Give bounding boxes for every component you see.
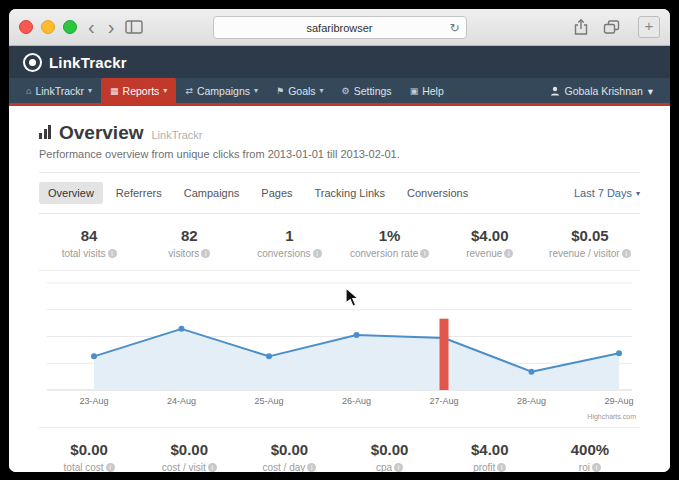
svg-text:23-Aug: 23-Aug (79, 396, 108, 406)
stat-roi: 400% roii (540, 441, 640, 472)
back-button[interactable]: ‹ (86, 19, 97, 35)
stat-label: conversions (257, 248, 310, 259)
stat-value: $0.00 (239, 441, 339, 458)
chevron-down-icon: ▾ (254, 86, 258, 95)
stat-label: total visits (62, 248, 106, 259)
zoom-window-button[interactable] (63, 20, 77, 34)
bar-chart-icon: ▦ (110, 86, 119, 96)
svg-text:25-Aug: 25-Aug (254, 396, 283, 406)
nav-label: Reports (123, 85, 160, 97)
info-icon[interactable]: i (497, 463, 506, 472)
toolbar-right: + (573, 16, 660, 38)
stat-total-visits: 84 total visitsi (39, 227, 139, 259)
svg-text:27-Aug: 27-Aug (429, 396, 458, 406)
stat-label: profit (473, 462, 495, 472)
nav-label: Campaigns (197, 85, 250, 97)
nav-item-linktrackr[interactable]: ⌂ LinkTrackr ▾ (17, 78, 101, 103)
nav-label: LinkTrackr (35, 85, 84, 97)
stat-label: cpa (376, 462, 392, 472)
stat-label: roi (579, 462, 590, 472)
stat-label: total cost (64, 462, 104, 472)
info-icon[interactable]: i (504, 249, 513, 258)
window-controls (19, 20, 77, 34)
date-range-selector[interactable]: Last 7 Days ▾ (574, 187, 640, 199)
svg-text:24-Aug: 24-Aug (167, 396, 196, 406)
chevron-down-icon: ▾ (320, 86, 324, 95)
svg-text:28-Aug: 28-Aug (517, 396, 546, 406)
share-icon[interactable] (573, 18, 589, 36)
traffic-chart: 23-Aug24-Aug25-Aug26-Aug27-Aug28-Aug29-A… (39, 271, 640, 428)
stat-label: cost / day (263, 462, 306, 472)
stat-value: $0.00 (39, 441, 139, 458)
stats-row-bottom: $0.00 total costi $0.00 cost / visiti $0… (39, 428, 640, 472)
stat-revenue-per-visitor: $0.05 revenue / visitori (540, 227, 640, 259)
svg-text:26-Aug: 26-Aug (342, 396, 371, 406)
nav-item-settings[interactable]: ⚙ Settings (333, 78, 401, 103)
info-icon[interactable]: i (313, 249, 322, 258)
stat-value: $0.00 (339, 441, 439, 458)
tab-campaigns[interactable]: Campaigns (175, 182, 249, 204)
tab-pages[interactable]: Pages (252, 182, 301, 204)
stat-value: $4.00 (440, 441, 540, 458)
nav-item-goals[interactable]: ⚑ Goals ▾ (267, 78, 333, 103)
nav-label: Goals (288, 85, 315, 97)
address-bar-text: safaribrowser (306, 22, 372, 34)
nav-item-reports[interactable]: ▦ Reports ▾ (101, 78, 176, 103)
info-icon[interactable]: i (108, 249, 117, 258)
tab-conversions[interactable]: Conversions (398, 182, 477, 204)
stat-cost-per-day: $0.00 cost / dayi (239, 441, 339, 472)
date-range-label: Last 7 Days (574, 187, 632, 199)
stat-visitors: 82 visitorsi (139, 227, 239, 259)
tabs-overview-icon[interactable] (603, 19, 620, 35)
info-icon[interactable]: i (394, 463, 403, 472)
stat-conversions: 1 conversionsi (239, 227, 339, 259)
new-tab-button[interactable]: + (638, 16, 660, 38)
address-bar[interactable]: safaribrowser ↻ (213, 16, 467, 39)
close-window-button[interactable] (19, 20, 33, 34)
stat-label: conversion rate (350, 248, 418, 259)
tab-referrers[interactable]: Referrers (107, 182, 171, 204)
brand-name: LinkTrackr (49, 54, 127, 71)
info-icon[interactable]: i (307, 463, 316, 472)
stat-value: 82 (139, 227, 239, 244)
info-icon[interactable]: i (208, 463, 217, 472)
chevron-down-icon: ▾ (163, 86, 167, 95)
user-menu[interactable]: Gobala Krishnan ▾ (541, 78, 663, 103)
stat-revenue: $4.00 revenuei (440, 227, 540, 259)
browser-toolbar: ‹ › safaribrowser ↻ + (9, 9, 670, 46)
forward-button[interactable]: › (106, 19, 117, 35)
stat-value: 1% (339, 227, 439, 244)
nav-item-help[interactable]: ▣ Help (401, 78, 453, 103)
stat-label: revenue (466, 248, 502, 259)
stat-value: $4.00 (440, 227, 540, 244)
stat-value: $0.00 (139, 441, 239, 458)
stat-label: visitors (168, 248, 199, 259)
app-header: LinkTrackr (9, 46, 670, 78)
page-title: Overview (59, 122, 144, 144)
nav-item-campaigns[interactable]: ⇄ Campaigns ▾ (176, 78, 267, 103)
stat-cpa: $0.00 cpai (339, 441, 439, 472)
info-icon[interactable]: i (420, 249, 429, 258)
info-icon[interactable]: i (106, 463, 115, 472)
report-tabs: Overview Referrers Campaigns Pages Track… (39, 173, 640, 214)
traffic-chart-svg[interactable]: 23-Aug24-Aug25-Aug26-Aug27-Aug28-Aug29-A… (39, 275, 640, 421)
stat-cost-per-visit: $0.00 cost / visiti (139, 441, 239, 472)
bar-chart-icon (39, 125, 51, 139)
main-nav: ⌂ LinkTrackr ▾ ▦ Reports ▾ ⇄ Campaigns ▾… (9, 78, 670, 106)
minimize-window-button[interactable] (41, 20, 55, 34)
info-icon[interactable]: i (622, 249, 631, 258)
sidebar-icon[interactable] (125, 20, 143, 34)
stat-value: $0.05 (540, 227, 640, 244)
info-icon[interactable]: i (201, 249, 210, 258)
help-icon: ▣ (410, 86, 419, 96)
refresh-icon[interactable]: ↻ (449, 21, 459, 35)
flag-icon: ⚑ (276, 86, 284, 96)
info-icon[interactable]: i (592, 463, 601, 472)
page-content: Overview LinkTrackr Performance overview… (9, 106, 670, 472)
chevron-down-icon: ▾ (88, 86, 92, 95)
tab-tracking-links[interactable]: Tracking Links (306, 182, 395, 204)
stat-total-cost: $0.00 total costi (39, 441, 139, 472)
tab-overview[interactable]: Overview (39, 182, 103, 204)
page-head: Overview LinkTrackr Performance overview… (39, 106, 640, 173)
chart-credits[interactable]: Highcharts.com (587, 413, 636, 420)
